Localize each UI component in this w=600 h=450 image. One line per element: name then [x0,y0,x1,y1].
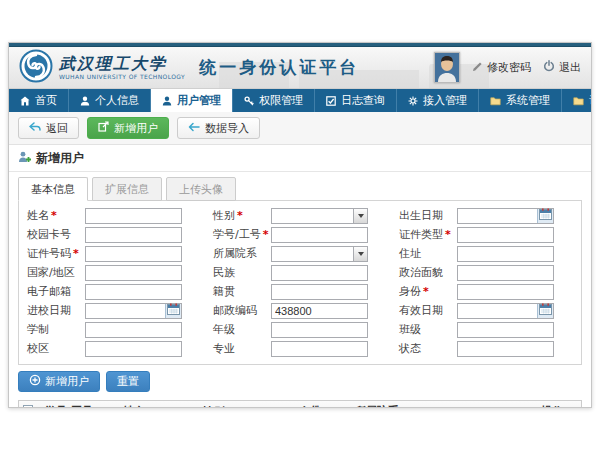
form-field-education-length: 学制 [23,321,205,338]
change-password-link[interactable]: 修改密码 [472,60,531,75]
home-icon [20,96,30,106]
platform-title: 统一身份认证平台 [199,56,359,79]
back-button[interactable]: 返回 [18,117,79,139]
university-logo-icon [19,49,53,87]
folder-icon [490,96,501,106]
status-input[interactable] [457,341,554,357]
student-id-input[interactable] [271,227,368,243]
pencil-icon [472,61,483,75]
enrollment-date-calendar-button[interactable] [165,304,181,318]
form-field-political-status: 政治面貌 [395,264,577,281]
university-name: 武汉理工大学 WUHAN UNIVERSITY OF TECHNOLOGY [59,56,185,80]
name-input[interactable] [85,208,182,224]
grade-input[interactable] [271,322,368,338]
postal-code-input[interactable] [271,303,368,319]
calendar-icon [167,303,180,318]
tab-basic-info[interactable]: 基本信息 [18,177,88,201]
id-number-input[interactable] [85,246,182,262]
nav-tab-access-management[interactable]: 接入管理 [397,89,479,112]
university-name-en: WUHAN UNIVERSITY OF TECHNOLOGY [59,74,185,80]
form-field-gender: 性别* [209,207,391,224]
column-header: 所属院系 [351,401,537,407]
calendar-icon [539,208,552,223]
form-field-class: 班级 [395,321,577,338]
key-icon [244,96,254,106]
form-field-native-place: 籍贯 [209,283,391,300]
content-area: 返回 新增用户 数据导入 [9,112,591,407]
plus-circle-icon [29,374,41,389]
new-user-button[interactable]: 新增用户 [87,117,169,139]
form-field-country-region: 国家/地区 [23,264,205,281]
form-field-status: 状态 [395,340,577,357]
education-length-input[interactable] [85,322,182,338]
id-type-input[interactable] [457,227,554,243]
department-dropdown-button[interactable] [353,246,368,262]
campus-input[interactable] [85,341,182,357]
gender-dropdown-button[interactable] [353,208,368,224]
table-header-row: 学号/工号姓名性别身份所属院系操作 [19,401,581,407]
address-input[interactable] [457,246,554,262]
form-actions: 新增用户 重置 [9,365,591,398]
log-icon [326,96,336,106]
political-status-input[interactable] [457,265,554,281]
column-header: 操作 [537,401,581,407]
form-field-postal-code: 邮政编码 [209,302,391,319]
form-field-enrollment-date: 进校日期 [23,302,205,319]
university-logo-block: 武汉理工大学 WUHAN UNIVERSITY OF TECHNOLOGY [19,49,185,87]
tab-extended-info[interactable]: 扩展信息 [92,177,162,201]
nav-tab-home[interactable]: 首页 [9,89,69,112]
valid-date-calendar-button[interactable] [537,304,553,318]
gear-icon [408,96,418,106]
form-field-address: 住址 [395,245,577,262]
submit-add-user-button[interactable]: 新增用户 [18,371,100,392]
logout-link[interactable]: 退出 [543,60,581,75]
country-region-input[interactable] [85,265,182,281]
form-field-email: 电子邮箱 [23,283,205,300]
section-header: 新增用户 [9,145,591,172]
back-arrow-icon [29,122,41,134]
form-panel: 基本信息扩展信息上传头像 姓名* 性别* 出生日期 校园卡号 学号/工号* 证件… [18,177,582,365]
nav-tab-personal-info[interactable]: 个人信息 [69,89,151,112]
campus-card-no-input[interactable] [85,227,182,243]
add-user-section-icon [18,151,31,166]
form-field-id-number: 证件号码* [23,245,205,262]
basic-info-form: 姓名* 性别* 出生日期 校园卡号 学号/工号* 证件类型* 证件号码* 所属院… [18,200,582,365]
birth-date-calendar-button[interactable] [537,209,553,223]
reset-button[interactable]: 重置 [106,371,150,392]
form-field-identity: 身份* [395,283,577,300]
form-field-major: 专业 [209,340,391,357]
department-input[interactable] [271,246,353,262]
form-field-valid-date: 有效日期 [395,302,577,319]
nav-tab-log-query[interactable]: 日志查询 [315,89,397,112]
user-avatar[interactable] [434,52,460,83]
main-nav: 首页 个人信息 用户管理 权限管理 日志查询 接入管理 系统管理 订阅管理 [9,89,591,112]
university-name-cn: 武汉理工大学 [59,56,185,72]
class-input[interactable] [457,322,554,338]
form-field-student-id: 学号/工号* [209,226,391,243]
major-input[interactable] [271,341,368,357]
ethnicity-input[interactable] [271,265,368,281]
power-icon [543,60,555,75]
tab-upload-photo[interactable]: 上传头像 [166,177,236,201]
native-place-input[interactable] [271,284,368,300]
form-field-ethnicity: 民族 [209,264,391,281]
form-tabs: 基本信息扩展信息上传头像 [18,177,582,200]
data-import-button[interactable]: 数据导入 [177,117,260,139]
nav-tab-system-management[interactable]: 系统管理 [479,89,562,112]
select-all-checkbox[interactable] [23,405,33,407]
column-header: 性别 [199,401,295,407]
person-icon [162,96,172,106]
form-field-grade: 年级 [209,321,391,338]
email-input[interactable] [85,284,182,300]
toolbar: 返回 新增用户 数据导入 [9,112,591,145]
import-arrow-icon [188,122,200,134]
form-field-campus-card-no: 校园卡号 [23,226,205,243]
nav-tab-user-management[interactable]: 用户管理 [151,89,233,112]
new-user-icon [98,121,109,135]
gender-input[interactable] [271,208,353,224]
nav-tab-subscription-management[interactable]: 订阅管理 [562,89,592,112]
nav-tab-permission-management[interactable]: 权限管理 [233,89,315,112]
identity-input[interactable] [457,284,554,300]
form-field-department: 所属院系 [209,245,391,262]
chevron-down-icon [358,214,364,218]
